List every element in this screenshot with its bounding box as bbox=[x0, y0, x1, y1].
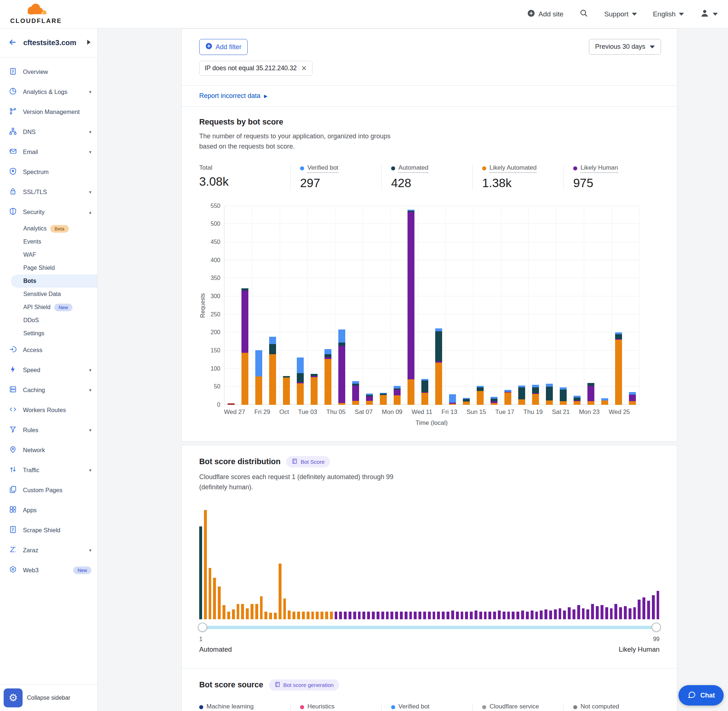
score-bar-44[interactable] bbox=[400, 612, 403, 619]
score-bar-50[interactable] bbox=[428, 612, 431, 619]
score-bar-27[interactable] bbox=[320, 612, 323, 619]
score-bar-28[interactable] bbox=[325, 612, 328, 619]
score-bar-17[interactable] bbox=[274, 613, 277, 619]
bar-fri-06[interactable] bbox=[349, 206, 363, 405]
bar-sat-21[interactable] bbox=[556, 206, 570, 405]
score-bar-7[interactable] bbox=[227, 612, 230, 619]
collapse-sidebar-button[interactable]: Collapse sidebar bbox=[27, 695, 70, 701]
remove-filter-icon[interactable]: ✕ bbox=[301, 65, 307, 72]
score-bar-33[interactable] bbox=[348, 612, 351, 619]
score-bar-32[interactable] bbox=[344, 612, 347, 619]
support-menu[interactable]: Support bbox=[604, 10, 637, 18]
sidebar-item-workers-routes[interactable]: Workers Routes bbox=[0, 400, 97, 420]
score-bar-72[interactable] bbox=[531, 611, 533, 619]
sidebar-subitem-analytics[interactable]: AnalyticsBeta bbox=[0, 222, 97, 235]
stat-label[interactable]: Verified bot bbox=[399, 703, 430, 711]
score-bar-65[interactable] bbox=[498, 611, 501, 619]
bar-sat-07[interactable] bbox=[363, 206, 377, 405]
stat-label[interactable]: Likely Human bbox=[580, 164, 618, 173]
score-bar-73[interactable] bbox=[535, 612, 538, 619]
sidebar-subitem-waf[interactable]: WAF bbox=[0, 248, 97, 261]
sidebar-item-custom-pages[interactable]: Custom Pages bbox=[0, 480, 97, 500]
cloudflare-logo[interactable]: CLOUDFLARE bbox=[10, 3, 62, 25]
score-bar-81[interactable] bbox=[573, 609, 575, 619]
score-bar-23[interactable] bbox=[302, 612, 305, 619]
score-bar-55[interactable] bbox=[451, 611, 454, 619]
score-bar-99[interactable] bbox=[657, 591, 660, 619]
score-bar-70[interactable] bbox=[521, 611, 524, 619]
score-bar-60[interactable] bbox=[474, 611, 477, 619]
score-bar-63[interactable] bbox=[488, 612, 491, 619]
score-bar-11[interactable] bbox=[246, 608, 249, 619]
score-bar-93[interactable] bbox=[629, 608, 632, 619]
score-bar-94[interactable] bbox=[633, 607, 636, 619]
sidebar-item-web3[interactable]: Web3New bbox=[0, 560, 97, 580]
bar-mon-09[interactable] bbox=[390, 206, 404, 405]
score-bar-67[interactable] bbox=[507, 612, 510, 619]
sidebar-item-caching[interactable]: Caching▾ bbox=[0, 380, 97, 400]
sidebar-subitem-api-shield[interactable]: API ShieldNew bbox=[0, 301, 97, 314]
score-bar-61[interactable] bbox=[479, 612, 482, 619]
score-bar-6[interactable] bbox=[223, 605, 226, 619]
stat-label[interactable]: Machine learning bbox=[207, 703, 254, 711]
score-bar-42[interactable] bbox=[390, 612, 393, 619]
score-bar-98[interactable] bbox=[652, 595, 655, 619]
bar-mon-02[interactable] bbox=[294, 206, 307, 405]
score-bar-78[interactable] bbox=[559, 608, 561, 619]
score-bar-77[interactable] bbox=[554, 609, 557, 619]
bar-tue-24[interactable] bbox=[598, 206, 611, 405]
score-bar-82[interactable] bbox=[577, 605, 580, 619]
sidebar-item-spectrum[interactable]: Spectrum bbox=[0, 162, 97, 182]
score-bar-10[interactable] bbox=[241, 604, 244, 619]
search-button[interactable] bbox=[579, 9, 588, 19]
sidebar-item-rules[interactable]: Rules▾ bbox=[0, 420, 97, 440]
account-menu[interactable] bbox=[700, 8, 718, 20]
score-bar-14[interactable] bbox=[260, 596, 263, 619]
bar-wed-25[interactable] bbox=[611, 206, 625, 405]
score-bar-21[interactable] bbox=[292, 612, 295, 619]
back-arrow-icon[interactable] bbox=[8, 37, 18, 49]
score-bar-57[interactable] bbox=[461, 612, 464, 619]
score-bar-39[interactable] bbox=[377, 612, 380, 619]
sidebar-item-scrape-shield[interactable]: Scrape Shield bbox=[0, 520, 97, 540]
score-bar-87[interactable] bbox=[601, 605, 604, 619]
score-bar-25[interactable] bbox=[312, 612, 314, 619]
sidebar-subitem-events[interactable]: Events bbox=[0, 235, 97, 248]
score-bar-22[interactable] bbox=[297, 612, 300, 619]
score-bar-69[interactable] bbox=[517, 612, 519, 619]
chevron-right-icon[interactable] bbox=[86, 39, 92, 47]
stat-label[interactable]: Likely Automated bbox=[489, 164, 536, 173]
score-bar-9[interactable] bbox=[237, 604, 240, 619]
bar-tue-10[interactable] bbox=[404, 206, 418, 405]
sidebar-item-overview[interactable]: Overview bbox=[0, 62, 97, 82]
score-bar-15[interactable] bbox=[264, 612, 267, 619]
score-bar-46[interactable] bbox=[409, 612, 412, 619]
bar-wed-11[interactable] bbox=[418, 206, 432, 405]
bar-thu-28[interactable] bbox=[238, 206, 252, 405]
score-bar-52[interactable] bbox=[437, 612, 440, 619]
score-bar-48[interactable] bbox=[418, 612, 421, 619]
filter-chip[interactable]: IP does not equal 35.212.240.32 ✕ bbox=[199, 61, 313, 76]
score-bar-96[interactable] bbox=[642, 597, 645, 619]
score-bar-75[interactable] bbox=[545, 609, 547, 619]
sidebar-subitem-page-shield[interactable]: Page Shield bbox=[0, 261, 97, 274]
bar-sun-15[interactable] bbox=[473, 206, 487, 405]
score-bar-92[interactable] bbox=[624, 606, 627, 619]
score-bar-5[interactable] bbox=[218, 587, 221, 619]
bar-wed-27[interactable] bbox=[224, 206, 238, 405]
score-bar-56[interactable] bbox=[456, 612, 459, 619]
score-bar-29[interactable] bbox=[330, 612, 333, 619]
score-bar-37[interactable] bbox=[367, 612, 370, 619]
score-bar-90[interactable] bbox=[614, 604, 617, 619]
sidebar-item-dns[interactable]: DNS▾ bbox=[0, 122, 97, 142]
score-bar-64[interactable] bbox=[493, 612, 496, 619]
score-bar-1[interactable] bbox=[199, 527, 202, 619]
score-bar-40[interactable] bbox=[381, 612, 384, 619]
score-bar-30[interactable] bbox=[335, 612, 338, 619]
score-bar-62[interactable] bbox=[484, 612, 487, 619]
score-bar-59[interactable] bbox=[470, 612, 473, 619]
sidebar-item-zaraz[interactable]: Zaraz▾ bbox=[0, 540, 97, 560]
score-bar-86[interactable] bbox=[596, 606, 599, 619]
sidebar-item-traffic[interactable]: Traffic▾ bbox=[0, 460, 97, 480]
score-bar-3[interactable] bbox=[209, 568, 211, 619]
